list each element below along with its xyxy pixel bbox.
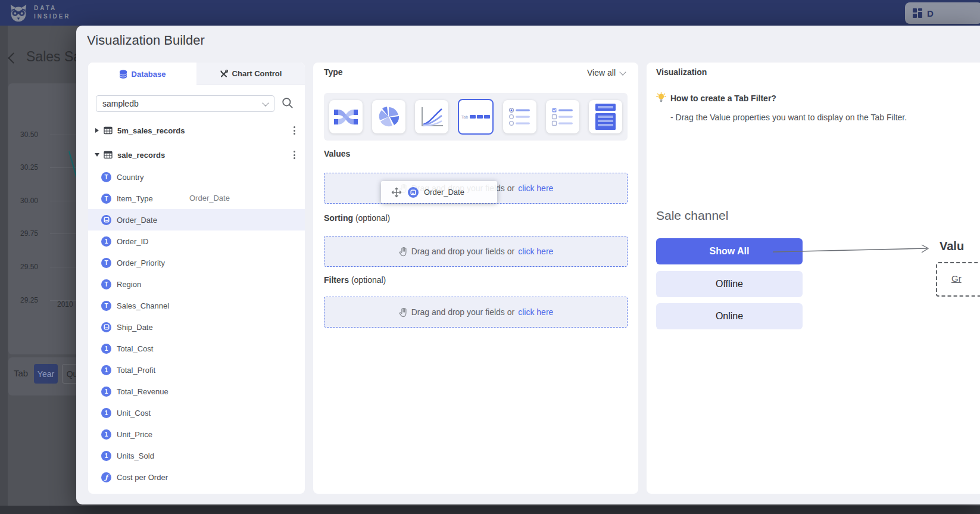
field-row[interactable]: 1 Order_ID [88,230,305,252]
field-row[interactable]: T Country [88,166,305,188]
visualization-builder-modal: Visualization Builder Database [76,26,980,504]
panel-tabbar: Database Chart Control [88,63,305,85]
field-row[interactable]: 1 Total_Cost [88,338,305,359]
lightbulb-icon [656,92,666,103]
type-multi-choice-icon[interactable] [546,100,579,133]
text-field-icon: T [101,172,111,182]
database-select[interactable]: sampledb [96,95,274,112]
text-field-icon: T [101,279,111,289]
click-here-link[interactable]: click here [518,247,553,256]
type-line-icon[interactable] [415,100,448,133]
tab-chart-control[interactable]: Chart Control [196,63,305,85]
drag-ghost-label: Order_Date [189,194,230,203]
type-single-choice-icon[interactable] [503,100,536,133]
field-row[interactable]: T Region [88,273,305,295]
number-field-icon: 1 [101,365,111,375]
tab-database[interactable]: Database [88,63,196,85]
number-field-icon: 1 [101,451,111,461]
database-panel: Database Chart Control sampledb [88,63,305,494]
sorting-section-label: Sorting (optional) [324,213,390,223]
filters-dropzone[interactable]: Drag and drop your fields or click here [324,297,628,328]
field-row[interactable]: 1 Unit_Cost [88,402,305,423]
number-field-icon: 1 [101,344,111,354]
tab-database-label: Database [132,70,166,79]
tab-option-online[interactable]: Online [656,303,803,329]
sorting-dropzone[interactable]: Drag and drop your fields or click here [324,236,628,267]
annotation-value-label: Valu [940,239,964,253]
field-label: Region [117,280,141,289]
field-label: Sales_Channel [117,301,169,310]
tab-icon-label: Tab [461,115,468,119]
kebab-menu-icon[interactable] [294,126,295,135]
dropzone-placeholder: Drag and drop your fields or [411,307,515,317]
type-sankey-icon[interactable] [329,100,363,133]
dropzone-placeholder: Drag and drop your fields or [411,247,515,256]
field-row[interactable]: Ship_Date [88,316,305,338]
modal-title: Visualization Builder [87,33,205,48]
table-icon [104,151,113,159]
annotation-arrow [770,244,937,258]
kebab-menu-icon[interactable] [294,151,295,159]
field-row[interactable]: 1 Unit_Price [88,423,305,445]
drag-hand-icon [398,247,408,257]
builder-panel: Type View all [313,63,638,494]
table-row-sale-records[interactable]: sale_records [88,146,305,164]
field-row[interactable]: ƒ Cost per Order [88,466,305,488]
y-tick: 29.25 [7,296,38,304]
search-icon[interactable] [281,96,294,110]
y-tick: 30.50 [7,130,38,139]
field-label: Item_Type [117,194,153,203]
background-chart-card [8,83,80,354]
period-tab-year[interactable]: Year [34,364,58,384]
owl-logo-icon [7,2,30,24]
app-header: DATA INSIDER D [0,0,980,26]
field-label: Unit_Price [117,430,152,439]
date-field-icon [408,187,419,198]
annotation-group-label[interactable]: Gr [951,273,962,284]
dragged-field-chip[interactable]: Order_Date [381,181,497,203]
x-tick: 2010 [57,300,73,309]
field-label: Units_Sold [117,451,154,460]
y-tick: 29.50 [7,263,38,271]
gridline [50,201,80,201]
type-pie-icon[interactable] [372,100,405,133]
view-all-button[interactable]: View all [587,68,625,77]
field-label: Country [117,173,144,182]
table-icon [104,126,113,135]
screen: Sales Sa 30.50 30.25 30.00 29.75 29.50 2… [0,0,980,514]
type-table-icon[interactable] [589,100,622,133]
caret-down-icon[interactable] [95,153,99,157]
annotation-group-box: Gr [936,262,980,297]
y-tick: 30.25 [7,163,38,172]
header-dashboard-button[interactable]: D [905,2,980,24]
field-label: Total_Cost [117,344,153,353]
field-row[interactable]: T Sales_Channel [88,295,305,316]
tip-title: How to create a Tab Filter? [670,94,776,103]
table-row-5m-sales-records[interactable]: 5m_sales_records [88,122,305,139]
page-footer-bar [0,506,980,514]
click-here-link[interactable]: click here [518,183,553,193]
table-name: sale_records [117,151,165,160]
field-row[interactable]: 1 Units_Sold [88,445,305,466]
field-label: Order_Date [117,216,157,225]
field-label: Order_ID [117,237,148,246]
function-field-icon: ƒ [101,472,111,482]
field-row[interactable]: T Order_Priority [88,252,305,273]
field-row-selected[interactable]: Order_Date [88,209,305,230]
database-select-value: sampledb [102,99,263,108]
type-tab-filter-icon[interactable]: Tab [458,99,494,135]
number-field-icon: 1 [101,429,111,440]
click-here-link[interactable]: click here [518,307,553,317]
field-row[interactable]: 1 Total_Revenue [88,381,305,402]
caret-right-icon[interactable] [95,128,99,133]
back-chevron-icon[interactable] [8,52,18,63]
visualization-panel: Visualization How to create a Tab Filter… [647,63,980,494]
filters-section-label: Filters (optional) [324,275,386,285]
text-field-icon: T [101,258,111,268]
gridline [50,267,80,267]
chart-type-strip: Tab [324,93,628,141]
field-row[interactable]: 1 Total_Profit [88,359,305,381]
drag-hand-icon [398,307,408,317]
page-title: Sales Sa [26,49,81,65]
tab-option-offline[interactable]: Offline [656,271,803,297]
